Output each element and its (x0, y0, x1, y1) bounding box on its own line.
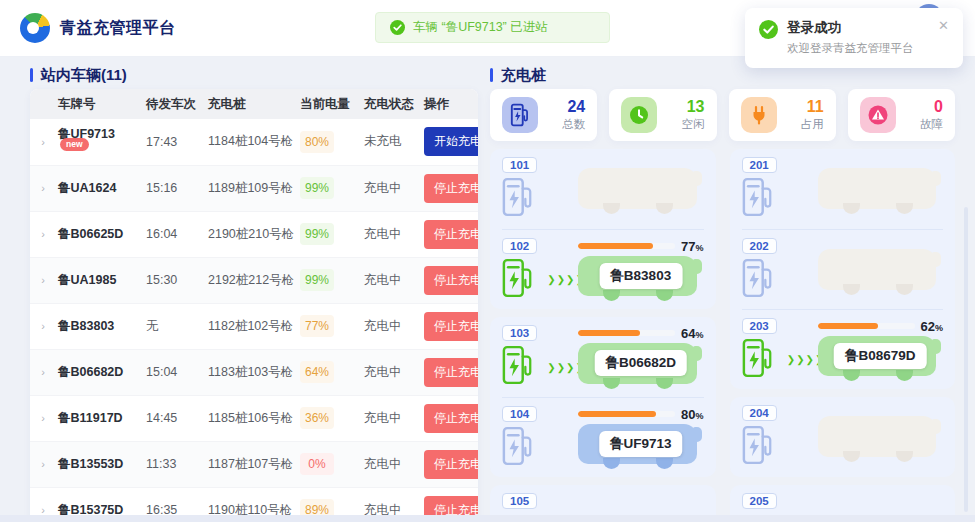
pile-card: 101 102 ❯❯❯❯ 77% (490, 149, 716, 309)
success-check-icon (390, 20, 405, 35)
pile-number-badge: 204 (742, 405, 777, 421)
station-vehicles-panel: 站内车辆(11) 车牌号待发车次充电桩当前电量充电状态操作 › 鲁UF9713n… (0, 57, 478, 522)
app-logo-icon (20, 13, 50, 43)
stat-card-idle: 13 空闲 (609, 89, 716, 141)
charging-pile-icon (502, 97, 538, 133)
pile-number-badge: 205 (742, 493, 777, 509)
alert-icon (860, 97, 896, 133)
bus-plate: 鲁UF9713 (599, 431, 683, 457)
pile-panel-scrollbar[interactable] (964, 207, 968, 512)
next-trip-time: 16:04 (144, 211, 206, 257)
stop-charging-button[interactable]: 停止充电 (424, 312, 478, 341)
charge-status: 充电中 (362, 441, 422, 487)
login-success-popup: 登录成功 欢迎登录青益充管理平台 ✕ (745, 8, 963, 68)
vehicle-arrival-toast: 车辆 “鲁UF9713” 已进站 (375, 12, 610, 43)
vehicle-row: › 鲁B11917D 14:45 1185桩106号枪 36% 充电中 停止充电 (30, 395, 478, 441)
expand-chevron-icon[interactable]: › (30, 395, 56, 441)
vehicle-plate: 鲁B83803 (58, 319, 114, 333)
piles-section-title: 充电桩 (490, 65, 955, 85)
pile-assignment: 1183桩103号枪 (206, 349, 298, 395)
pile-number-badge: 105 (502, 493, 537, 509)
login-popup-subtitle: 欢迎登录青益充管理平台 (787, 41, 929, 56)
pile-assignment: 1189桩109号枪 (206, 165, 298, 211)
plug-icon (741, 97, 777, 133)
expand-chevron-icon[interactable]: › (30, 211, 56, 257)
charging-station-icon (742, 176, 774, 218)
expand-chevron-icon[interactable]: › (30, 303, 56, 349)
app-window: 青益充管理平台 车辆 “鲁UF9713” 已进站 登录成功 欢迎登录青益充管理平… (0, 0, 975, 522)
stop-charging-button[interactable]: 停止充电 (424, 450, 478, 479)
charging-station-icon (502, 425, 534, 467)
charge-percent: 77% (681, 239, 703, 254)
expand-chevron-icon[interactable]: › (30, 441, 56, 487)
stop-charging-button[interactable]: 停止充电 (424, 174, 478, 203)
vehicle-row: › 鲁B13553D 11:33 1187桩107号枪 0% 充电中 停止充电 (30, 441, 478, 487)
charge-progress-bar: 77% (578, 239, 704, 253)
pile-row-202: 202 (742, 229, 944, 309)
pile-assignment: 1182桩102号枪 (206, 303, 298, 349)
vehicle-row: › 鲁UA1985 15:30 2192桩212号枪 99% 充电中 停止充电 (30, 257, 478, 303)
stop-charging-button[interactable]: 停止充电 (424, 358, 478, 387)
charging-station-icon (742, 337, 774, 379)
expand-chevron-icon[interactable]: › (30, 165, 56, 211)
expand-chevron-icon[interactable]: › (30, 349, 56, 395)
stop-charging-button[interactable]: 停止充电 (424, 266, 478, 295)
charging-station-icon (502, 257, 534, 299)
bus-graphic: 鲁B06682D (578, 343, 704, 389)
pile-row-204: 204 (742, 397, 944, 477)
stat-value: 24 (562, 98, 585, 115)
expand-chevron-icon[interactable]: › (30, 257, 56, 303)
clock-icon (621, 97, 657, 133)
pile-assignment: 1184桩104号枪 (206, 119, 298, 165)
charge-status: 未充电 (362, 119, 422, 165)
stop-charging-button[interactable]: 停止充电 (424, 404, 478, 433)
charging-piles-panel: 充电桩 24 总数 13 空闲 11 占用 (478, 57, 975, 522)
vehicle-plate: 鲁B11917D (58, 411, 123, 425)
stat-card-fault: 0 故障 (848, 89, 955, 141)
vehicle-plate: 鲁B06682D (58, 365, 123, 379)
pile-row-103: 103 ❯❯❯❯ 64% 鲁B06682D (502, 317, 704, 397)
vehicles-section-title: 站内车辆(11) (30, 65, 478, 85)
vehicle-table: 车牌号待发车次充电桩当前电量充电状态操作 › 鲁UF9713new 17:43 … (30, 89, 478, 522)
column-header: 当前电量 (298, 89, 362, 119)
battery-badge: 99% (300, 177, 334, 199)
pile-number-badge: 101 (502, 157, 537, 173)
charge-progress-bar: 62% (818, 319, 944, 333)
charge-status: 充电中 (362, 395, 422, 441)
horizontal-scrollbar[interactable] (0, 515, 975, 522)
pile-row-201: 201 (742, 149, 944, 229)
stat-value: 0 (920, 98, 943, 115)
battery-badge: 99% (300, 269, 334, 291)
stat-value: 11 (801, 98, 824, 115)
empty-bay-bus-silhouette (818, 168, 944, 214)
column-header: 车牌号 (56, 89, 144, 119)
stat-value: 13 (682, 98, 705, 115)
expand-chevron-icon[interactable]: › (30, 119, 56, 165)
bus-plate: 鲁B83803 (599, 263, 682, 289)
table-header-row: 车牌号待发车次充电桩当前电量充电状态操作 (30, 89, 478, 119)
vehicles-section-title-text: 站内车辆(11) (41, 66, 127, 85)
next-trip-time: 15:04 (144, 349, 206, 395)
charging-flow-icon: ❯❯❯❯ (554, 238, 578, 301)
vehicle-plate: 鲁UA1624 (58, 181, 116, 195)
pile-number-badge: 202 (742, 238, 777, 254)
charging-station-icon (502, 344, 534, 386)
pile-assignment: 2190桩210号枪 (206, 211, 298, 257)
empty-bay-bus-silhouette (818, 416, 944, 462)
pile-number-badge: 104 (502, 406, 537, 422)
pile-column: 101 102 ❯❯❯❯ 77% (490, 149, 716, 522)
start-charging-button[interactable]: 开始充电 (424, 127, 478, 156)
login-popup-title: 登录成功 (787, 19, 929, 37)
battery-badge: 77% (300, 315, 334, 337)
charge-status: 充电中 (362, 257, 422, 303)
stop-charging-button[interactable]: 停止充电 (424, 220, 478, 249)
battery-badge: 64% (300, 361, 334, 383)
success-check-icon (759, 20, 778, 39)
title-accent-bar (30, 68, 33, 82)
pile-row-104: 104 80% 鲁UF9713 (502, 397, 704, 477)
charging-station-icon (742, 257, 774, 299)
bus-plate: 鲁B08679D (834, 343, 927, 369)
close-icon[interactable]: ✕ (938, 19, 949, 33)
vehicle-row: › 鲁UF9713new 17:43 1184桩104号枪 80% 未充电 开始… (30, 119, 478, 165)
vehicle-plate: 鲁B06625D (58, 227, 123, 241)
